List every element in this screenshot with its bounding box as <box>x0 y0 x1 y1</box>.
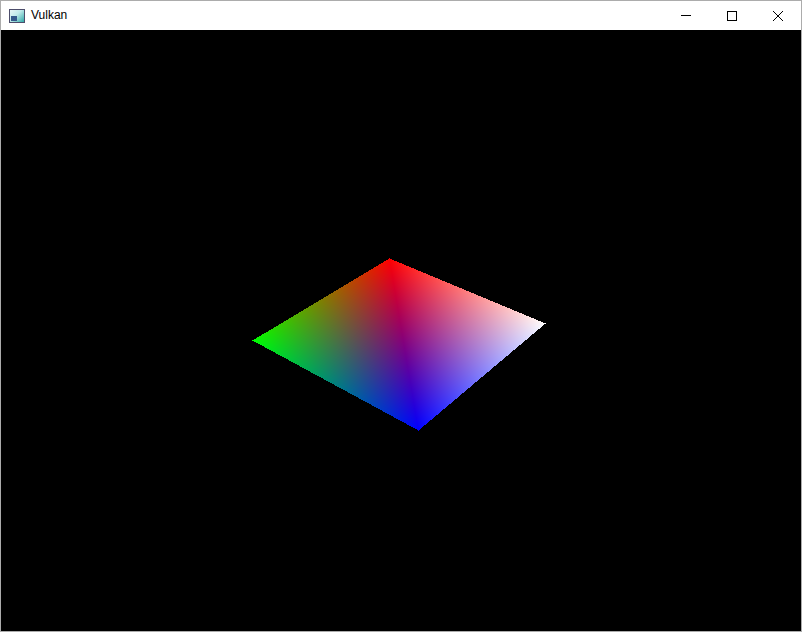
titlebar[interactable]: Vulkan <box>1 1 801 30</box>
window-controls <box>663 1 801 30</box>
maximize-button[interactable] <box>709 1 755 30</box>
vulkan-canvas <box>1 30 801 631</box>
app-icon <box>9 9 25 23</box>
close-icon <box>773 11 783 21</box>
window-title: Vulkan <box>31 1 67 30</box>
close-button[interactable] <box>755 1 801 30</box>
vulkan-window: Vulkan <box>0 0 802 632</box>
minimize-button[interactable] <box>663 1 709 30</box>
minimize-icon <box>681 15 691 16</box>
maximize-icon <box>727 11 737 21</box>
